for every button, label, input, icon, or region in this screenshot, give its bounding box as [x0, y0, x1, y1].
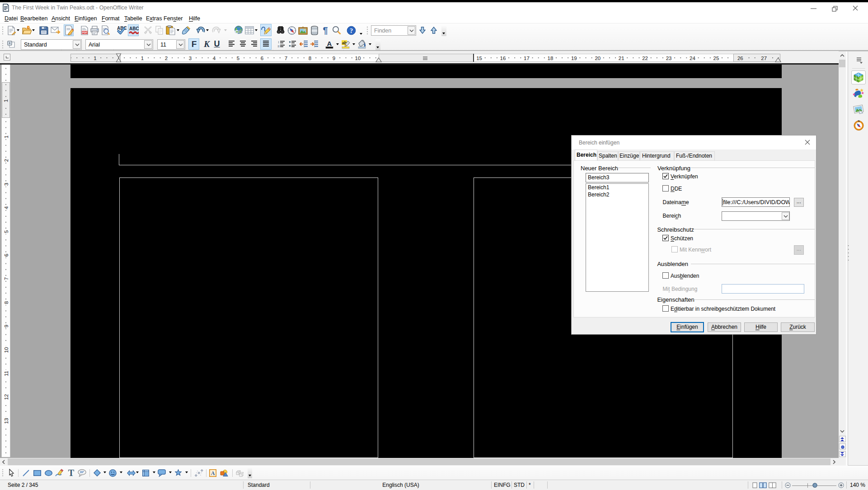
svg-text:II: II	[278, 45, 280, 48]
svg-text:ABC: ABC	[129, 26, 139, 31]
svg-text:PDF: PDF	[82, 31, 88, 34]
svg-text:I: I	[278, 41, 279, 44]
svg-text:A: A	[327, 40, 332, 47]
svg-text:?: ?	[350, 27, 353, 34]
svg-text:¶: ¶	[323, 26, 328, 35]
svg-text:A: A	[211, 470, 215, 476]
svg-text:N: N	[858, 120, 860, 122]
